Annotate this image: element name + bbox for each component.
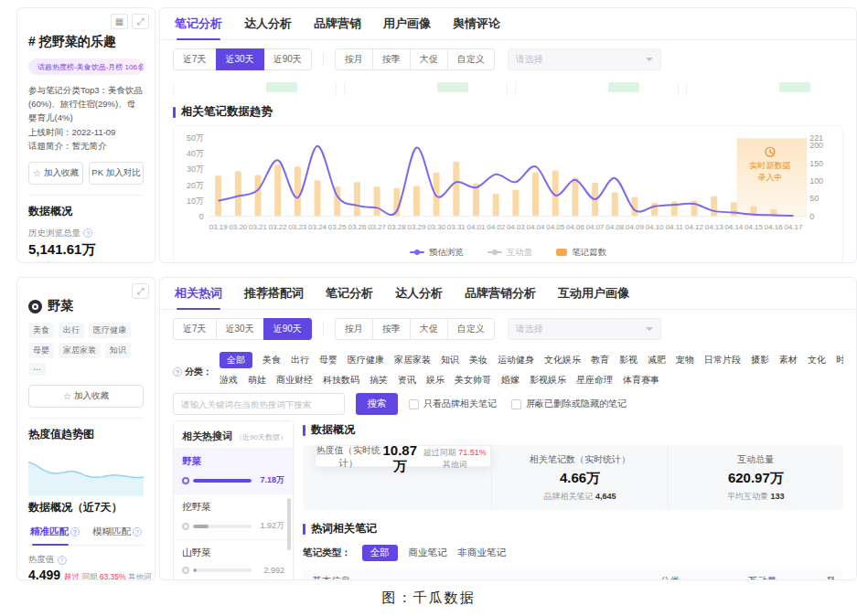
category-科技数码[interactable]: 科技数码 — [323, 374, 359, 387]
category-全部[interactable]: 全部 — [220, 352, 252, 368]
note-type-商业笔记[interactable]: 商业笔记 — [409, 545, 447, 561]
filter-近30天[interactable]: 近30天 — [216, 318, 264, 340]
checkbox-屏蔽已删除或隐藏的笔记[interactable]: 屏蔽已删除或隐藏的笔记 — [511, 398, 627, 410]
category-商业财经[interactable]: 商业财经 — [276, 374, 313, 387]
keyword-tag-知识[interactable]: 知识 — [105, 343, 131, 358]
keyword-tag-⋯[interactable]: ⋯ — [28, 363, 46, 376]
help-icon[interactable]: ? — [173, 367, 182, 377]
category-美女帅哥[interactable]: 美女帅哥 — [455, 374, 491, 387]
category-萌娃[interactable]: 萌娃 — [248, 374, 266, 387]
category-影视[interactable]: 影视 — [619, 354, 637, 366]
filter-近90天[interactable]: 近90天 — [263, 318, 312, 340]
hot-word-野菜[interactable]: 野菜7.18万 — [174, 448, 293, 494]
category-文化娱乐[interactable]: 文化娱乐 — [544, 354, 581, 366]
category-知识[interactable]: 知识 — [441, 354, 459, 366]
keyword-tag-母婴[interactable]: 母婴 — [28, 343, 54, 358]
filter-近7天[interactable]: 近7天 — [173, 318, 217, 340]
filter-大促[interactable]: 大促 — [410, 48, 448, 70]
match-tab-精准匹配[interactable]: 精准匹配? — [30, 526, 80, 538]
filter-自定义[interactable]: 自定义 — [447, 318, 495, 340]
help-icon[interactable]: ? — [58, 556, 67, 565]
tab-品牌营销分析[interactable]: 品牌营销分析 — [465, 285, 536, 302]
category-母婴[interactable]: 母婴 — [319, 354, 337, 366]
keyword-tag-出行[interactable]: 出行 — [59, 323, 84, 338]
category-教育[interactable]: 教育 — [591, 354, 609, 366]
filter-按月[interactable]: 按月 — [335, 48, 373, 70]
heat-trend-sparkline — [28, 449, 144, 500]
search-button[interactable]: 搜索 — [356, 393, 398, 415]
category-星座命理[interactable]: 星座命理 — [576, 374, 613, 387]
category-美食[interactable]: 美食 — [262, 354, 281, 366]
checkbox-box[interactable] — [409, 399, 419, 409]
filter-近30天[interactable]: 近30天 — [216, 48, 264, 70]
legend-笔记篇数[interactable]: 笔记篇数 — [556, 247, 606, 259]
rank-badge[interactable]: 话题热度榜-美食饮品-月榜 106名 — [28, 58, 144, 75]
filter-大促[interactable]: 大促 — [410, 318, 448, 340]
category-美妆[interactable]: 美妆 — [469, 354, 487, 366]
legend-互动量[interactable]: 互动量 — [487, 247, 533, 259]
filter-按月[interactable]: 按月 — [335, 318, 373, 340]
category-资讯[interactable]: 资讯 — [398, 374, 416, 387]
match-tab-模糊匹配[interactable]: 模糊匹配? — [92, 526, 142, 538]
expand-icon[interactable]: ⤢ — [132, 283, 149, 299]
tab-达人分析[interactable]: 达人分析 — [395, 285, 443, 302]
hot-word-挖野菜[interactable]: 挖野菜1.92万 — [174, 494, 293, 539]
tab-品牌营销[interactable]: 品牌营销 — [314, 16, 361, 32]
category-摄影[interactable]: 摄影 — [751, 354, 769, 366]
favorite-button[interactable]: ☆加入收藏 — [28, 385, 144, 408]
help-icon[interactable]: ? — [70, 527, 80, 536]
note-type-非商业笔记[interactable]: 非商业笔记 — [458, 545, 507, 561]
category-家居家装[interactable]: 家居家装 — [394, 354, 431, 366]
compare-button[interactable]: PK 加入对比 — [89, 162, 144, 185]
scrollbar[interactable] — [287, 498, 291, 550]
tab-笔记分析[interactable]: 笔记分析 — [175, 16, 222, 32]
category-减肥[interactable]: 减肥 — [648, 354, 666, 366]
column-sort-互动量[interactable]: 互动量 — [748, 575, 827, 580]
tab-达人分析[interactable]: 达人分析 — [244, 16, 292, 32]
expand-icon[interactable]: ⤢ — [132, 14, 149, 29]
tab-笔记分析[interactable]: 笔记分析 — [326, 285, 373, 302]
tab-推荐搭配词[interactable]: 推荐搭配词 — [244, 285, 304, 302]
filter-近90天[interactable]: 近90天 — [263, 48, 312, 70]
category-文化[interactable]: 文化 — [808, 354, 826, 366]
category-影视娱乐[interactable]: 影视娱乐 — [530, 374, 566, 387]
filter-按季[interactable]: 按季 — [372, 48, 411, 70]
category-医疗健康[interactable]: 医疗健康 — [348, 354, 384, 366]
tab-互动用户画像[interactable]: 互动用户画像 — [558, 285, 629, 302]
overview-card-热度值（实时统计）[interactable]: 热度值（实时统计）10.87万超过同期 71.51% 其他词 — [316, 445, 491, 467]
legend-预估浏览[interactable]: 预估浏览 — [410, 247, 464, 259]
keyword-tag-家居家装[interactable]: 家居家装 — [59, 343, 101, 358]
category-运动健身[interactable]: 运动健身 — [498, 354, 534, 366]
grid-icon[interactable]: ▦ — [111, 14, 128, 29]
filter-近7天[interactable]: 近7天 — [173, 48, 217, 70]
category-游戏[interactable]: 游戏 — [220, 374, 238, 387]
filter-自定义[interactable]: 自定义 — [447, 48, 495, 70]
category-婚嫁[interactable]: 婚嫁 — [501, 374, 520, 387]
keyword-tag-医疗健康[interactable]: 医疗健康 — [89, 323, 131, 338]
category-日常片段[interactable]: 日常片段 — [704, 354, 741, 366]
help-icon[interactable]: ? — [133, 527, 142, 536]
tab-舆情评论[interactable]: 舆情评论 — [453, 16, 500, 32]
category-宠物[interactable]: 宠物 — [676, 354, 694, 366]
keyword-tag-美食[interactable]: 美食 — [28, 323, 54, 338]
overview-card-相关笔记数（实时统计）[interactable]: 相关笔记数（实时统计）4.66万品牌相关笔记 4,645 — [491, 445, 667, 510]
search-input[interactable] — [173, 393, 345, 415]
keyword-select[interactable]: 请选择 — [508, 318, 661, 340]
category-出行[interactable]: 出行 — [291, 354, 309, 366]
tab-相关热词[interactable]: 相关热词 — [175, 285, 222, 302]
category-时尚[interactable]: 时尚 — [836, 354, 843, 366]
checkbox-只看品牌相关笔记[interactable]: 只看品牌相关笔记 — [409, 398, 497, 410]
note-type-全部[interactable]: 全部 — [362, 545, 398, 561]
category-搞笑[interactable]: 搞笑 — [370, 374, 388, 387]
checkbox-box[interactable] — [511, 399, 521, 409]
category-体育赛事[interactable]: 体育赛事 — [623, 374, 659, 387]
overview-card-互动总量[interactable]: 互动总量620.97万平均互动量 133 — [668, 445, 843, 510]
filter-按季[interactable]: 按季 — [372, 318, 411, 340]
help-icon[interactable]: ? — [83, 228, 92, 238]
favorite-button[interactable]: ☆加入收藏 — [28, 162, 83, 185]
category-素材[interactable]: 素材 — [779, 354, 798, 366]
hot-word-山野菜[interactable]: 山野菜2,992 — [174, 539, 293, 580]
category-娱乐[interactable]: 娱乐 — [426, 374, 445, 387]
topic-select[interactable]: 请选择 — [508, 48, 661, 70]
tab-用户画像[interactable]: 用户画像 — [383, 16, 431, 32]
